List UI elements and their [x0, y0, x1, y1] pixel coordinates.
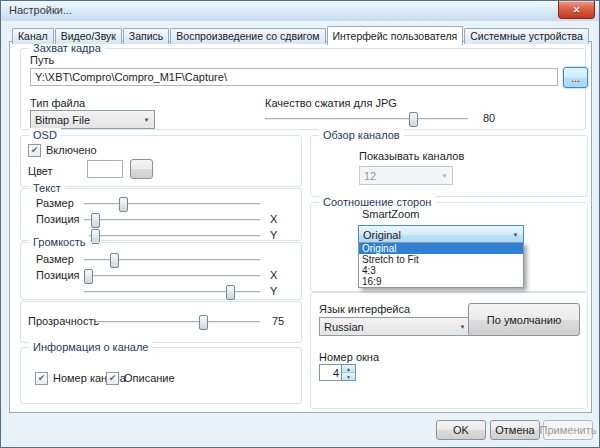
check-icon: ✔	[109, 374, 117, 383]
language-label: Язык интерфейса	[319, 303, 410, 316]
text-position-y-slider[interactable]	[84, 229, 260, 242]
checkbox-box[interactable]: ✔	[106, 372, 119, 385]
group-volume-title: Громкость	[29, 235, 89, 249]
droplist-item-4-3[interactable]: 4:3	[359, 265, 523, 276]
checkbox-box[interactable]: ✔	[35, 372, 48, 385]
ok-button[interactable]: OK	[436, 420, 486, 440]
slider-thumb[interactable]	[199, 315, 208, 330]
slider-thumb[interactable]	[119, 197, 128, 212]
spin-down-icon[interactable]: ▼	[342, 373, 355, 380]
window-number-value[interactable]: 4	[319, 364, 341, 381]
slider-track[interactable]	[84, 235, 260, 237]
tab-record[interactable]: Запись	[123, 28, 169, 44]
tab-channel[interactable]: Канал	[12, 28, 54, 44]
slider-track[interactable]	[84, 203, 260, 205]
file-type-value: Bitmap File	[31, 114, 139, 126]
slider-track[interactable]	[265, 118, 468, 120]
droplist-item-16-9[interactable]: 16:9	[359, 276, 523, 287]
path-value: Y:\XBT\Compro\Compro_M1F\Capture\	[35, 71, 227, 83]
jpg-quality-label: Качество сжатия для JPG	[265, 97, 397, 110]
default-button[interactable]: По умолчанию	[468, 303, 580, 336]
cancel-button[interactable]: Отмена	[490, 420, 540, 440]
close-button[interactable]: ✕	[558, 1, 595, 19]
slider-thumb[interactable]	[84, 269, 93, 284]
smartzoom-droplist: Original Stretch to Fit 4:3 16:9	[358, 242, 524, 288]
slider-thumb[interactable]	[226, 285, 235, 300]
smartzoom-label: SmartZoom	[362, 208, 419, 221]
text-y-label: Y	[270, 229, 277, 242]
jpg-quality-slider[interactable]	[265, 112, 468, 125]
color-swatch	[87, 160, 123, 178]
check-icon: ✔	[31, 146, 39, 155]
text-position-label: Позиция	[36, 213, 80, 226]
browse-button-label: ...	[571, 72, 580, 84]
slider-track[interactable]	[84, 275, 260, 277]
file-type-label: Тип файла	[30, 97, 85, 110]
transparency-value: 75	[272, 315, 284, 328]
text-position-x-slider[interactable]	[84, 213, 260, 226]
spin-up-icon[interactable]: ▲	[342, 365, 355, 373]
close-icon: ✕	[573, 5, 581, 15]
slider-track[interactable]	[84, 219, 260, 221]
volume-size-label: Размер	[36, 253, 74, 266]
path-label: Путь	[30, 54, 54, 67]
tab-bar: Канал Видео/Звук Запись Воспроизведение …	[12, 26, 590, 44]
slider-thumb[interactable]	[409, 112, 418, 127]
volume-x-label: X	[270, 269, 277, 282]
apply-button: Применить	[543, 420, 593, 440]
default-button-label: По умолчанию	[487, 314, 561, 326]
window-number-spinner[interactable]: 4 ▲ ▼	[319, 364, 356, 381]
volume-position-x-slider[interactable]	[84, 269, 260, 282]
group-aspect-ratio-title: Соотношение сторон	[319, 195, 435, 209]
osd-enabled-checkbox[interactable]: ✔ Включено	[28, 144, 97, 157]
droplist-item-stretch[interactable]: Stretch to Fit	[359, 254, 523, 265]
show-channels-value: 12	[360, 170, 437, 182]
text-size-label: Размер	[36, 197, 74, 210]
transparency-label: Прозрачность	[28, 315, 99, 328]
group-osd-title: OSD	[29, 128, 61, 142]
volume-position-label: Позиция	[36, 269, 80, 282]
checkbox-box[interactable]: ✔	[28, 144, 41, 157]
tab-user-interface[interactable]: Интерфейс пользователя	[327, 26, 464, 45]
description-checkbox[interactable]: ✔ Описание	[106, 372, 175, 385]
droplist-item-original[interactable]: Original	[359, 243, 523, 254]
text-size-slider[interactable]	[84, 197, 260, 210]
volume-y-label: Y	[270, 285, 277, 298]
slider-thumb[interactable]	[91, 213, 100, 228]
transparency-slider[interactable]	[96, 315, 260, 328]
spin-buttons: ▲ ▼	[341, 364, 356, 381]
tab-timeshift[interactable]: Воспроизведение со сдвигом	[170, 28, 325, 44]
tab-system-devices[interactable]: Системные устройства	[464, 28, 589, 44]
color-picker-button[interactable]	[130, 159, 153, 179]
cancel-button-label: Отмена	[495, 424, 534, 436]
tab-video-sound[interactable]: Видео/Звук	[55, 28, 122, 44]
ok-button-label: OK	[453, 424, 469, 436]
language-combobox[interactable]: Russian ▼	[319, 317, 471, 336]
apply-button-label: Применить	[540, 424, 597, 436]
text-x-label: X	[270, 213, 277, 226]
jpg-quality-value: 80	[483, 112, 495, 125]
chevron-down-icon: ▼	[139, 117, 154, 123]
file-type-combobox[interactable]: Bitmap File ▼	[30, 110, 155, 129]
tab-page: Захват кадра Путь Y:\XBT\Compro\Compro_M…	[9, 41, 592, 413]
volume-size-slider[interactable]	[84, 253, 260, 266]
slider-track[interactable]	[96, 321, 260, 323]
path-input[interactable]: Y:\XBT\Compro\Compro_M1F\Capture\	[30, 68, 558, 86]
group-channel-info-title: Информация о канале	[29, 340, 152, 354]
slider-thumb[interactable]	[110, 253, 119, 268]
color-label: Цвет	[28, 165, 53, 178]
group-text-title: Текст	[29, 181, 65, 195]
smartzoom-value: Original	[359, 229, 508, 241]
chevron-down-icon: ▼	[437, 173, 452, 179]
window-title: Настройки...	[9, 4, 72, 16]
group-osd: OSD	[20, 135, 302, 187]
titlebar[interactable]: Настройки... ✕	[1, 1, 599, 21]
volume-position-y-slider[interactable]	[84, 285, 260, 298]
browse-button[interactable]: ...	[563, 67, 588, 88]
osd-enabled-label: Включено	[46, 144, 97, 157]
language-value: Russian	[320, 321, 455, 333]
show-channels-label: Показывать каналов	[359, 150, 464, 163]
check-icon: ✔	[38, 374, 46, 383]
show-channels-combobox: 12 ▼	[359, 166, 453, 185]
chevron-down-icon: ▼	[508, 232, 523, 238]
